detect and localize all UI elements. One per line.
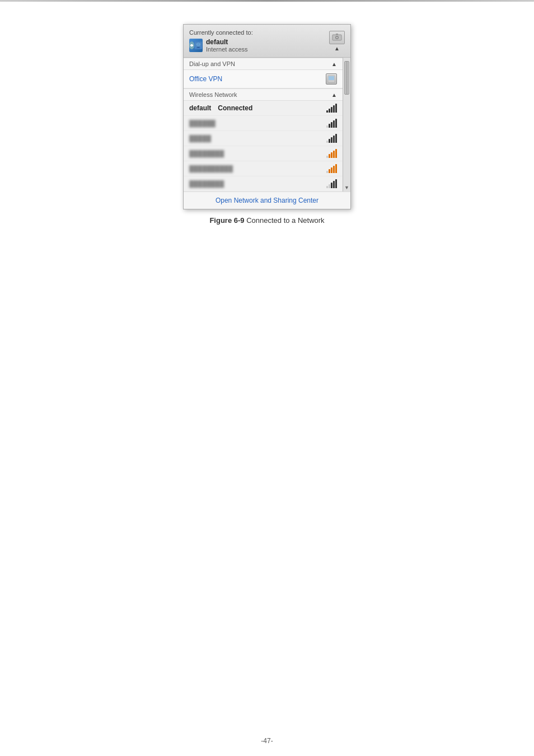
sb3-1: [326, 156, 328, 158]
blurred-wifi-name-1: ██████: [189, 120, 216, 127]
network-icon-large: [189, 39, 203, 52]
vpn-name: Office VPN: [189, 75, 222, 83]
sb1-4: [333, 120, 335, 128]
default-wifi-name: default: [189, 104, 211, 112]
wireless-item-5[interactable]: ████████: [184, 176, 343, 192]
wireless-item-3[interactable]: ████████: [184, 146, 343, 161]
svg-rect-13: [329, 76, 334, 80]
wireless-section[interactable]: Wireless Network ▲: [184, 88, 343, 101]
sb3-5: [335, 149, 337, 158]
sb5-1: [326, 186, 328, 188]
scrollbar-thumb[interactable]: [344, 61, 349, 95]
wireless-item-default[interactable]: default Connected: [184, 101, 343, 116]
page-number: -47-: [261, 737, 273, 745]
svg-rect-11: [336, 34, 338, 35]
svg-rect-3: [198, 47, 200, 48]
sb5-3: [331, 183, 332, 188]
page-content: Currently connected to:: [0, 24, 534, 225]
wireless-item-2[interactable]: █████: [184, 131, 343, 146]
default-status-row: default Connected: [189, 104, 252, 112]
sb4-4: [333, 166, 335, 173]
figure-label: Figure 6-9: [209, 216, 244, 225]
network-access-type: Internet access: [206, 46, 248, 53]
blurred-wifi-name-2: █████: [189, 135, 211, 142]
popup-header: Currently connected to:: [184, 25, 350, 58]
sb4-2: [329, 169, 330, 173]
scrollbar[interactable]: ▼: [343, 58, 350, 192]
svg-rect-4: [196, 48, 200, 48]
blurred-wifi-name-5: ████████: [189, 180, 224, 187]
popup-list: Dial-up and VPN ▲ Office VPN: [184, 58, 343, 192]
sb2-1: [326, 141, 328, 143]
network-popup: Currently connected to:: [183, 24, 351, 209]
signal-bar-4: [333, 105, 335, 113]
sb1-3: [331, 122, 332, 128]
signal-bar-2: [329, 109, 330, 113]
sb3-4: [333, 151, 335, 158]
signal-bars-1: [326, 119, 337, 128]
signal-bar-5: [335, 104, 337, 113]
connected-network-row: default Internet access: [189, 38, 253, 53]
svg-rect-14: [329, 80, 334, 82]
open-network-sharing-link[interactable]: Open Network and Sharing Center: [216, 197, 318, 204]
popup-footer: Open Network and Sharing Center: [184, 192, 350, 209]
sb5-5: [335, 179, 337, 188]
sb4-1: [326, 171, 328, 173]
popup-body: Dial-up and VPN ▲ Office VPN: [184, 58, 350, 192]
figure-caption: Figure 6-9 Connected to a Network: [209, 216, 324, 225]
projector-icon: [329, 31, 345, 44]
sb3-2: [329, 154, 330, 158]
network-name-group: default Internet access: [206, 38, 248, 53]
wireless-item-4[interactable]: ██████████: [184, 161, 343, 176]
blurred-wifi-name-4: ██████████: [189, 165, 233, 172]
header-icons: ▲: [329, 31, 345, 52]
signal-bars-3: [326, 149, 337, 158]
top-rule: [0, 0, 534, 2]
signal-bar-1: [326, 110, 328, 113]
signal-bars-4: [326, 164, 337, 173]
sb1-2: [329, 124, 330, 128]
wireless-label: Wireless Network: [189, 91, 237, 98]
sb5-2: [329, 184, 330, 188]
network-name-large: default: [206, 38, 248, 46]
dial-vpn-label: Dial-up and VPN: [189, 60, 235, 67]
vpn-icon: [326, 73, 337, 85]
sb2-3: [331, 137, 332, 143]
wireless-expand[interactable]: ▲: [331, 92, 337, 98]
sb5-4: [333, 181, 335, 188]
wireless-item-1[interactable]: ██████: [184, 116, 343, 131]
sb2-2: [329, 139, 330, 143]
sb1-5: [335, 119, 337, 128]
signal-bars-2: [326, 134, 337, 143]
vpn-item[interactable]: Office VPN: [184, 70, 343, 88]
header-left: Currently connected to:: [189, 29, 253, 53]
default-signal-bars: [326, 104, 337, 113]
dial-vpn-section[interactable]: Dial-up and VPN ▲: [184, 58, 343, 70]
sb3-3: [331, 152, 332, 158]
sb4-3: [331, 167, 332, 173]
signal-bars-5: [326, 179, 337, 188]
currently-connected-label: Currently connected to:: [189, 29, 253, 36]
sb4-5: [335, 164, 337, 173]
scroll-up-button[interactable]: ▲: [334, 45, 340, 52]
blurred-wifi-name-3: ████████: [189, 150, 224, 157]
sb2-5: [335, 134, 337, 143]
signal-bar-3: [331, 107, 332, 113]
scroll-down-arrow[interactable]: ▼: [343, 184, 350, 192]
dial-vpn-expand[interactable]: ▲: [331, 61, 337, 67]
sb1-1: [326, 125, 328, 128]
figure-caption-text: Connected to a Network: [246, 216, 324, 225]
svg-point-10: [336, 36, 338, 38]
sb2-4: [333, 136, 335, 143]
connected-label: Connected: [218, 104, 252, 112]
